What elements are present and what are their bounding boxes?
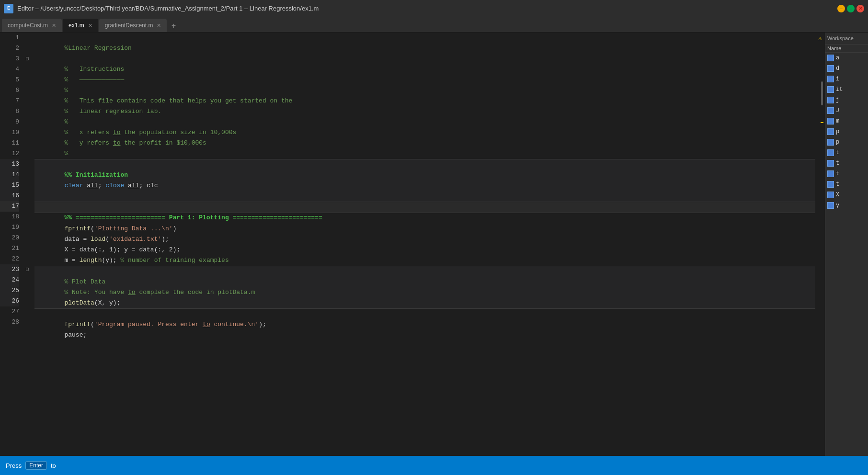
line-num-18: 18 [0,212,19,222]
ws-item-t3: t [825,169,868,179]
ws-item-t1: t [825,147,868,158]
code-21b: (y); [102,257,120,264]
ws-icon-t3 [827,170,834,177]
line-num-27: 27 [0,306,19,317]
ws-icon-p1 [827,128,834,135]
bottom-bar: Press Enter to [0,456,868,475]
code-text-24: % Note: You have to complete the code in… [64,289,255,296]
code-line-27: fprintf('Program paused. Press enter to … [34,309,815,319]
window-controls[interactable]: – ○ ✕ [837,5,864,12]
code-kw-close: close [105,182,124,189]
ws-item-t2: t [825,158,868,169]
line-num-7: 7 [0,96,19,106]
fold-22 [24,254,31,264]
fold-7 [24,96,31,106]
ws-name-t2: t [836,160,839,167]
tab-computecost-close[interactable]: ✕ [52,23,56,28]
ws-item-d: d [825,63,868,74]
fold-20 [24,233,31,243]
fold-13 [24,159,31,170]
fold-gutter: ▢ ▢ [24,33,31,456]
fold-6 [24,85,31,96]
line-num-24: 24 [0,275,19,285]
code-line-3: % Instructions [34,54,815,64]
code-27b: ); [259,321,266,328]
ws-item-y: y [825,200,868,211]
ws-icon-i [827,76,834,82]
ws-name-j-lower: j [836,97,839,103]
ws-name-it: it [836,86,843,93]
code-text-1: %Linear Regression [64,45,131,52]
code-str-19: 'ex1data1.txt' [109,236,161,243]
code-func-25: plotData [64,299,94,306]
fold-3[interactable]: ▢ [24,54,31,64]
fold-9 [24,117,31,127]
code-content[interactable]: %Linear Regression % Instructions % ————… [31,33,815,456]
ws-icon-d [827,65,834,72]
fold-18 [24,212,31,222]
ws-item-t4: t [825,179,868,190]
fold-24 [24,275,31,285]
line-num-20: 20 [0,233,19,243]
ws-name-m: m [836,118,839,124]
line-num-8: 8 [0,106,19,117]
workspace-name-header: Name [825,45,868,53]
tab-ex1[interactable]: ex1.m ✕ [63,19,98,32]
close-button[interactable]: ✕ [857,5,864,12]
ws-icon-X [827,192,834,198]
ws-item-it: it [825,84,868,95]
tab-computecost[interactable]: computeCost.m ✕ [2,19,62,32]
code-sp-14c [124,182,128,189]
code-line-24: % Note: You have to complete the code in… [34,277,815,287]
ws-icon-p2 [827,139,834,146]
code-func-21: length [80,257,102,264]
to-label: to [51,462,56,469]
minimize-button[interactable]: – [837,5,845,12]
line-num-11: 11 [0,138,19,148]
code-sp-14b: ; [98,182,106,189]
ws-icon-j-lower [827,97,834,103]
line-num-17: 17 [0,201,19,212]
tab-gradientdescent[interactable]: gradientDescent.m ✕ [99,19,167,32]
line-num-3: 3 [0,54,19,64]
ws-icon-y [827,202,834,209]
code-all-14a: all [87,182,98,189]
editor-main: 1 2 3 4 5 6 7 8 9 10 11 12 13 14 15 16 1… [0,33,868,456]
maximize-button[interactable]: ○ [847,5,855,12]
warning-icon-1: ⚠ [815,33,825,43]
ws-item-p2: p [825,137,868,147]
press-label: Press [6,462,22,469]
add-tab-button[interactable]: + [168,21,179,32]
code-text-9: % x refers to the population size in 10,… [64,129,236,136]
code-sp-14d: ; clc [139,182,158,189]
code-text-3: % Instructions [64,66,124,73]
ws-name-t1: t [836,149,839,156]
code-line-17: %% ======================== Part 1: Plot… [34,202,815,213]
fold-5 [24,75,31,85]
ws-item-J-upper: J [825,105,868,116]
ws-icon-m [827,118,834,124]
line-num-21: 21 [0,243,19,254]
workspace-header: Workspace [825,33,868,45]
code-text-23: % Plot Data [64,278,105,285]
ws-icon-a [827,55,834,61]
line-num-28: 28 [0,317,19,328]
code-28: pause; [64,331,87,339]
code-editor[interactable]: 1 2 3 4 5 6 7 8 9 10 11 12 13 14 15 16 1… [0,33,825,456]
code-func-18: fprintf [64,225,91,232]
app-icon: E [4,4,13,13]
code-25b: (X, y); [94,299,121,306]
line-num-2: 2 [0,43,19,54]
ws-icon-J-upper [827,107,834,114]
line-numbers: 1 2 3 4 5 6 7 8 9 10 11 12 13 14 15 16 1… [0,33,24,456]
code-func-19: load [91,236,105,243]
tab-ex1-close[interactable]: ✕ [88,23,92,28]
code-cmt-21: % number of training examples [120,257,228,264]
tab-ex1-label: ex1.m [69,22,84,29]
fold-23[interactable]: ▢ [24,264,31,275]
code-text-5: % [64,87,68,94]
workspace-title: Workspace [827,35,854,41]
tab-gradientdescent-close[interactable]: ✕ [157,23,161,28]
tab-computecost-label: computeCost.m [8,22,48,29]
code-text-4: % ———————————— [64,76,124,83]
